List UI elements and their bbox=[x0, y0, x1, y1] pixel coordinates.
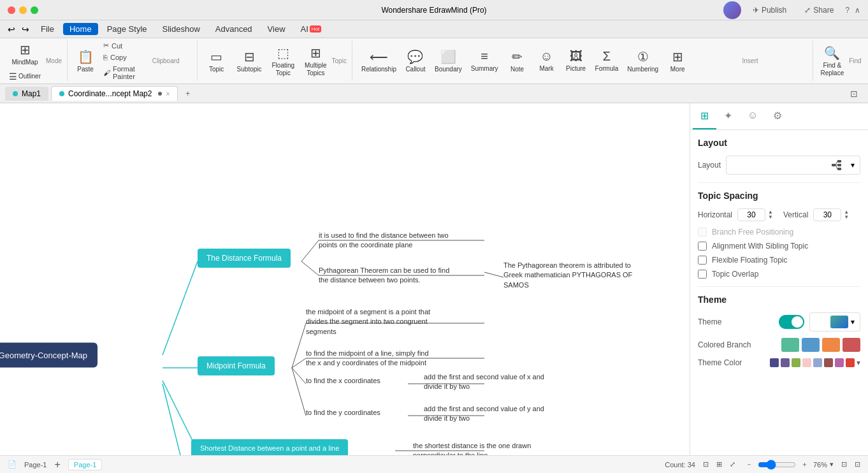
subtopic-button[interactable]: ⊟ Subtopic bbox=[233, 43, 266, 80]
copy-button[interactable]: ⎘ Copy bbox=[99, 52, 139, 62]
add-tab-button[interactable]: + bbox=[180, 87, 195, 101]
color-dot-4[interactable] bbox=[802, 358, 811, 367]
color-dot-3[interactable] bbox=[792, 358, 800, 367]
flexible-checkbox[interactable] bbox=[698, 256, 707, 265]
user-avatar[interactable] bbox=[723, 1, 741, 19]
more-button[interactable]: ⊞ More bbox=[663, 47, 691, 76]
menu-slideshow[interactable]: Slideshow bbox=[156, 23, 206, 35]
help-icon[interactable]: ? bbox=[845, 6, 850, 15]
summary-button[interactable]: ≡ Summary bbox=[467, 47, 502, 76]
overlap-checkbox[interactable] bbox=[698, 270, 707, 279]
topic-shortest-distance[interactable]: Shortest Distance between a point and a … bbox=[191, 439, 348, 455]
branch-style-1[interactable] bbox=[781, 338, 799, 352]
zoom-dropdown-chevron[interactable]: ▾ bbox=[830, 460, 834, 469]
subtopic-distance-2[interactable]: Pythagorean Theorem can be used to find … bbox=[319, 266, 449, 286]
format-painter-button[interactable]: 🖌 Format Painter bbox=[99, 64, 139, 82]
numbering-icon: ① bbox=[637, 49, 649, 64]
find-replace-button[interactable]: 🔍 Find & Replace bbox=[818, 43, 846, 80]
page-icon[interactable]: 📄 bbox=[8, 460, 17, 469]
branch-free-checkbox[interactable] bbox=[698, 228, 707, 236]
numbering-button[interactable]: ① Numbering bbox=[623, 47, 662, 76]
branch-style-2[interactable] bbox=[802, 338, 820, 352]
collapse-icon[interactable]: ∧ bbox=[855, 6, 860, 15]
publish-button[interactable]: ✈ Find Publish bbox=[746, 3, 793, 17]
subtopic-shortest-1[interactable]: the shortest distance is the one drawn p… bbox=[413, 441, 531, 455]
tab-map1[interactable]: Map1 bbox=[5, 87, 48, 101]
maximize-button[interactable] bbox=[31, 6, 38, 14]
central-node[interactable]: e-Geometry-Concept-Map bbox=[0, 343, 98, 368]
vertical-input[interactable] bbox=[813, 208, 841, 221]
menu-ai[interactable]: AI Hot bbox=[294, 23, 328, 35]
redo-button[interactable]: ↪ bbox=[19, 23, 32, 36]
branch-style-3[interactable] bbox=[822, 338, 840, 352]
topic-midpoint-formula[interactable]: Midpoint Formula bbox=[198, 356, 275, 375]
menu-page-style[interactable]: Page Style bbox=[101, 23, 154, 35]
color-dot-8[interactable] bbox=[846, 358, 855, 367]
layout-dropdown[interactable]: ▾ bbox=[726, 156, 860, 175]
branch-style-4[interactable] bbox=[843, 338, 860, 352]
fullscreen-icon[interactable]: ⤢ bbox=[730, 460, 735, 469]
multiple-topics-button[interactable]: ⊞ Multiple Topics bbox=[301, 43, 330, 80]
menu-advanced[interactable]: Advanced bbox=[209, 23, 259, 35]
horizontal-input[interactable] bbox=[737, 208, 765, 221]
expand-view-icon[interactable]: ⊡ bbox=[841, 460, 847, 469]
floating-topic-button[interactable]: ⬚ Floating Topic bbox=[268, 43, 299, 80]
vertical-spinner[interactable]: ▲▼ bbox=[844, 210, 849, 220]
panel-tab-emoji[interactable]: ☺ bbox=[740, 103, 765, 129]
color-dot-2[interactable] bbox=[781, 358, 790, 367]
paste-button[interactable]: 📋 Paste bbox=[73, 40, 98, 82]
actual-size-icon[interactable]: ⊞ bbox=[716, 460, 722, 469]
theme-toggle[interactable] bbox=[779, 315, 804, 329]
mark-button[interactable]: ☺ Mark bbox=[533, 47, 561, 76]
topic-button[interactable]: ▭ Topic bbox=[203, 43, 231, 80]
add-page-button[interactable]: + bbox=[54, 459, 60, 470]
theme-dropdown[interactable]: ▾ bbox=[809, 312, 860, 331]
menubar: ↩ ↪ File Home Page Style Slideshow Advan… bbox=[0, 20, 868, 38]
menu-home[interactable]: Home bbox=[63, 23, 98, 35]
note-button[interactable]: ✏ Note bbox=[503, 47, 532, 76]
subtopic-x-coords[interactable]: to find the x coordinates bbox=[306, 376, 380, 386]
color-dot-5[interactable] bbox=[813, 358, 822, 367]
color-dot-6[interactable] bbox=[824, 358, 833, 367]
boundary-button[interactable]: ⬜ Boundary bbox=[431, 47, 466, 76]
panel-tab-style[interactable]: ✦ bbox=[716, 103, 740, 129]
relationship-button[interactable]: ⟵ Relationship bbox=[358, 47, 400, 76]
tab-map2[interactable]: Coordinate...ncept Map2 × bbox=[51, 86, 178, 101]
zoom-slider[interactable] bbox=[758, 460, 796, 470]
share-icon: ⤢ bbox=[804, 6, 811, 15]
expand-icon[interactable]: ⊡ bbox=[845, 86, 863, 101]
panel-tab-layout[interactable]: ⊞ bbox=[693, 103, 716, 129]
topic-section-label: Topic bbox=[332, 57, 347, 64]
collapse-panel-icon[interactable]: ⊡ bbox=[855, 460, 860, 469]
undo-button[interactable]: ↩ bbox=[5, 23, 18, 36]
zoom-out-button[interactable]: － bbox=[743, 460, 755, 469]
tab-close-button[interactable]: × bbox=[166, 91, 170, 98]
mindmap-button[interactable]: ⊞ MindMap bbox=[5, 40, 45, 69]
color-dot-7[interactable] bbox=[835, 358, 844, 367]
topic-distance-formula[interactable]: The Distance Formula bbox=[198, 249, 291, 268]
menu-view[interactable]: View bbox=[261, 23, 292, 35]
branch-free-label: Branch Free Positioning bbox=[712, 228, 793, 236]
theme-color-chevron[interactable]: ▾ bbox=[857, 358, 860, 367]
zoom-in-button[interactable]: ＋ bbox=[799, 460, 811, 469]
menu-file[interactable]: File bbox=[34, 23, 61, 35]
share-button[interactable]: ⤢ Share bbox=[798, 3, 840, 17]
color-dot-1[interactable] bbox=[770, 358, 779, 367]
panel-tab-settings[interactable]: ⚙ bbox=[765, 103, 790, 129]
fit-view-icon[interactable]: ⊡ bbox=[703, 460, 709, 469]
subtopic-midpoint-1[interactable]: the midpoint of a segment is a point tha… bbox=[306, 307, 430, 337]
outliner-button[interactable]: ☰ Outliner bbox=[5, 70, 45, 83]
subtopic-y-coords[interactable]: to find the y coordinates bbox=[306, 408, 380, 418]
picture-button[interactable]: 🖼 Picture bbox=[562, 47, 590, 76]
horizontal-spinner[interactable]: ▲▼ bbox=[768, 210, 773, 220]
minimize-button[interactable] bbox=[19, 6, 27, 14]
subtopic-midpoint-2[interactable]: to find the midpoint of a line, simply f… bbox=[306, 349, 429, 368]
subtopic-distance-1[interactable]: it is used to find the distance between … bbox=[319, 231, 449, 251]
current-page-tab[interactable]: Page-1 bbox=[68, 459, 102, 470]
close-button[interactable] bbox=[8, 6, 15, 14]
alignment-checkbox[interactable] bbox=[698, 242, 707, 251]
callout-button[interactable]: 💬 Callout bbox=[401, 47, 430, 76]
cut-button[interactable]: ✂ Cut bbox=[99, 40, 139, 51]
canvas[interactable]: e-Geometry-Concept-Map The Distance Form… bbox=[0, 103, 690, 455]
formula-button[interactable]: Σ Formula bbox=[591, 47, 623, 76]
